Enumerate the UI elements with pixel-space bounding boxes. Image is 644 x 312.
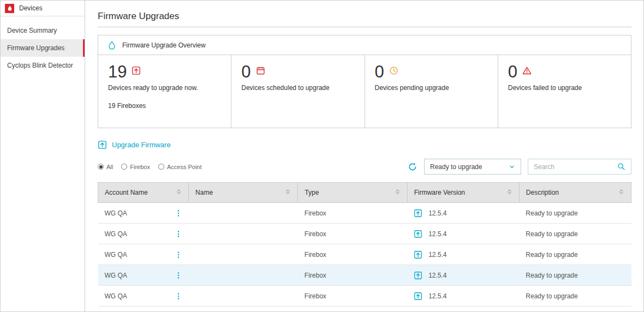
stat-label: Devices scheduled to upgrade <box>241 84 354 92</box>
filter-row: All Firebox Access Point Ready to upgrad… <box>98 159 631 175</box>
stat-value: 0 <box>508 63 517 81</box>
chevron-down-icon <box>509 164 515 170</box>
column-header-type[interactable]: Type <box>298 183 407 203</box>
clock-icon <box>389 66 398 75</box>
table-row[interactable]: WG QA Firebox 12.5.4 Ready to upgrade <box>98 203 631 224</box>
device-type: Firebox <box>298 203 407 224</box>
page-title: Firmware Upgrades <box>98 11 631 27</box>
sort-icon[interactable] <box>176 188 182 197</box>
upload-icon <box>98 140 107 149</box>
device-status: Ready to upgrade <box>519 286 631 307</box>
stat-label: Devices ready to upgrade now. <box>108 84 221 92</box>
table-row[interactable]: WG QA Firebox 12.5.4 Ready to upgrade <box>98 224 631 244</box>
column-header-description[interactable]: Description <box>519 183 631 203</box>
upgrade-firmware-button[interactable]: Upgrade Firmware <box>98 140 171 149</box>
device-status: Ready to upgrade <box>519 265 631 286</box>
device-type: Firebox <box>298 265 407 286</box>
radio-icon <box>121 164 127 170</box>
stat-pending-upgrade: 0 Devices pending upgrade <box>365 55 498 128</box>
column-header-firmware-version[interactable]: Firmware Version <box>407 183 519 203</box>
overview-card-title: Firmware Upgrade Overview <box>122 41 206 49</box>
brand-header[interactable]: Devices <box>1 1 85 16</box>
radio-label: All <box>106 164 113 170</box>
column-header-account-name[interactable]: Account Name <box>98 183 189 203</box>
sort-icon[interactable] <box>395 188 401 197</box>
search-input[interactable] <box>534 163 617 171</box>
firmware-version: 12.5.4 <box>428 209 446 217</box>
column-label: Name <box>195 189 213 196</box>
type-filter-radios: All Firebox Access Point <box>98 164 202 170</box>
stat-value: 0 <box>241 63 251 81</box>
firmware-drop-icon <box>108 41 116 50</box>
sort-icon[interactable] <box>618 188 624 197</box>
table-controls: Ready to upgrade <box>408 159 631 175</box>
refresh-icon[interactable] <box>408 162 418 172</box>
device-status: Ready to upgrade <box>519 224 631 244</box>
sidebar: Devices Device Summary Firmware Upgrades… <box>1 1 85 311</box>
upload-icon[interactable] <box>414 230 422 238</box>
sidebar-item-device-summary[interactable]: Device Summary <box>1 22 85 39</box>
radio-firebox[interactable]: Firebox <box>121 164 150 170</box>
table-row[interactable]: WG QA Firebox 12.5.4 Ready to upgrade <box>98 286 631 307</box>
device-type: Firebox <box>298 244 407 265</box>
sidebar-item-firmware-upgrades[interactable]: Firmware Upgrades <box>1 39 85 57</box>
device-status: Ready to upgrade <box>519 244 631 265</box>
firmware-upgrade-overview-card: Firmware Upgrade Overview 19 Devices rea… <box>98 35 631 128</box>
stat-value: 0 <box>375 63 384 81</box>
table-row-selected[interactable]: WG QA Firebox 12.5.4 Ready to upgrade <box>98 265 631 286</box>
main-content: Firmware Upgrades Firmware Upgrade Overv… <box>85 1 643 311</box>
radio-label: Access Point <box>167 164 202 170</box>
table-header-row: Account Name Name Type Firmware Version … <box>98 183 631 203</box>
device-status: Ready to upgrade <box>519 203 631 224</box>
upload-icon[interactable] <box>414 271 422 280</box>
column-label: Description <box>526 189 559 196</box>
stat-label: Devices pending upgrade <box>375 84 488 92</box>
radio-access-point[interactable]: Access Point <box>158 164 202 170</box>
column-header-name[interactable]: Name <box>189 183 298 203</box>
radio-icon <box>158 164 164 170</box>
status-filter-value: Ready to upgrade <box>430 163 482 171</box>
table-row[interactable]: WG QA Firebox 12.5.4 Ready to upgrade <box>98 244 631 265</box>
account-name: WG QA <box>105 292 127 300</box>
watchguard-logo-icon <box>5 4 14 13</box>
account-name: WG QA <box>105 272 127 279</box>
account-name: WG QA <box>105 251 127 259</box>
kebab-menu-icon[interactable] <box>175 230 182 238</box>
stat-scheduled-to-upgrade: 0 Devices scheduled to upgrade <box>231 55 365 128</box>
stat-failed-to-upgrade: 0 Devices failed to upgrade <box>498 55 631 128</box>
app-root: Devices Device Summary Firmware Upgrades… <box>0 0 644 312</box>
stat-ready-to-upgrade: 19 Devices ready to upgrade now. 19 Fire… <box>98 55 231 128</box>
radio-icon <box>98 164 104 170</box>
firmware-version: 12.5.4 <box>428 251 446 259</box>
sidebar-item-cyclops-blink-detector[interactable]: Cyclops Blink Detector <box>1 57 85 74</box>
overview-card-header: Firmware Upgrade Overview <box>98 35 631 55</box>
firmware-version: 12.5.4 <box>428 230 446 238</box>
kebab-menu-icon[interactable] <box>175 250 182 259</box>
device-type: Firebox <box>298 224 407 244</box>
search-box <box>528 159 631 175</box>
kebab-menu-icon[interactable] <box>175 292 182 301</box>
device-type: Firebox <box>298 286 407 307</box>
kebab-menu-icon[interactable] <box>175 209 182 218</box>
column-label: Type <box>305 189 319 196</box>
search-icon[interactable] <box>617 163 625 171</box>
sort-icon[interactable] <box>285 188 291 197</box>
account-name: WG QA <box>105 230 127 238</box>
upload-icon <box>132 66 141 75</box>
warning-icon <box>522 66 532 75</box>
radio-all[interactable]: All <box>98 164 113 170</box>
status-filter-dropdown[interactable]: Ready to upgrade <box>424 159 521 175</box>
column-label: Firmware Version <box>414 189 465 196</box>
upload-icon[interactable] <box>414 250 422 259</box>
stat-sublabel: 19 Fireboxes <box>108 102 221 110</box>
overview-stats: 19 Devices ready to upgrade now. 19 Fire… <box>98 55 631 128</box>
firmware-version: 12.5.4 <box>428 272 446 279</box>
upload-icon[interactable] <box>414 209 422 218</box>
upload-icon[interactable] <box>414 292 422 301</box>
sort-icon[interactable] <box>506 188 512 197</box>
calendar-icon <box>256 66 265 75</box>
stat-label: Devices failed to upgrade <box>508 84 621 92</box>
account-name: WG QA <box>105 209 127 217</box>
upgrade-firmware-label: Upgrade Firmware <box>112 141 171 149</box>
kebab-menu-icon[interactable] <box>175 271 182 280</box>
